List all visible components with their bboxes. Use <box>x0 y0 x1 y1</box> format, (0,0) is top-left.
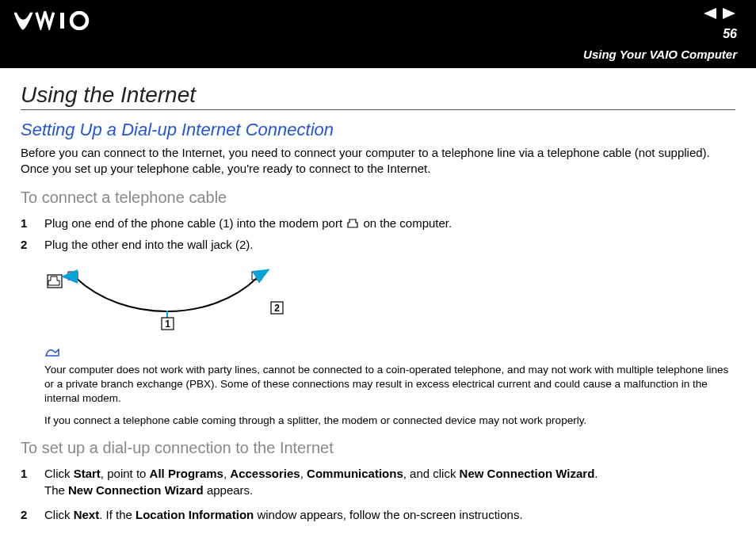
cable-diagram: 1 2 <box>44 267 290 330</box>
note-text: If you connect a telephone cable coming … <box>44 414 735 428</box>
step-number: 2 <box>21 506 44 523</box>
page-content: Using the Internet Setting Up a Dial-up … <box>0 68 756 534</box>
diagram-label-2: 2 <box>274 303 280 314</box>
note-icon <box>44 345 735 361</box>
diagram-label-1: 1 <box>165 318 170 330</box>
note-block: Your computer does not work with party l… <box>44 345 735 429</box>
step-text: Plug the other end into the wall jack (2… <box>44 236 735 253</box>
vaio-logo <box>14 11 103 30</box>
header-right: 56 Using Your VAIO Computer <box>583 8 737 61</box>
steps-dialup: 1Click Start, point to All Programs, Acc… <box>21 465 735 534</box>
step-item: 3If it is not already selected, click to… <box>21 531 735 534</box>
modem-port-icon <box>347 216 358 225</box>
step-text: Plug one end of the phone cable (1) into… <box>44 215 735 231</box>
step-item: 2Click Next. If the Location Information… <box>21 506 735 523</box>
step-text: If it is not already selected, click to … <box>44 531 735 534</box>
subheading-dialup: To set up a dial-up connection to the In… <box>21 439 735 457</box>
note-text: Your computer does not work with party l… <box>44 363 735 406</box>
prev-page-arrow-icon[interactable] <box>702 8 716 22</box>
step-item: 2 Plug the other end into the wall jack … <box>21 236 735 253</box>
svg-rect-0 <box>60 13 64 29</box>
svg-marker-2 <box>704 8 716 19</box>
nav-arrows <box>702 8 737 22</box>
step-text: Click Next. If the Location Information … <box>44 506 735 523</box>
step-item: 1Click Start, point to All Programs, Acc… <box>21 465 735 498</box>
step-text: Click Start, point to All Programs, Acce… <box>44 465 735 498</box>
step-number: 1 <box>21 215 44 231</box>
steps-connect-cable: 1 Plug one end of the phone cable (1) in… <box>21 215 735 253</box>
svg-marker-3 <box>723 8 735 19</box>
section-heading: Setting Up a Dial-up Internet Connection <box>21 120 735 140</box>
step-item: 1 Plug one end of the phone cable (1) in… <box>21 215 735 231</box>
step-number: 1 <box>21 465 44 482</box>
step-number: 3 <box>21 531 44 534</box>
intro-paragraph: Before you can connect to the Internet, … <box>21 145 735 177</box>
page-title: Using the Internet <box>21 82 735 110</box>
subheading-connect-cable: To connect a telephone cable <box>21 189 735 207</box>
next-page-arrow-icon[interactable] <box>723 8 737 22</box>
page-number: 56 <box>723 27 737 41</box>
svg-point-1 <box>71 13 87 29</box>
header-bar: 56 Using Your VAIO Computer <box>0 0 756 68</box>
step-number: 2 <box>21 236 44 253</box>
section-label: Using Your VAIO Computer <box>583 48 737 61</box>
